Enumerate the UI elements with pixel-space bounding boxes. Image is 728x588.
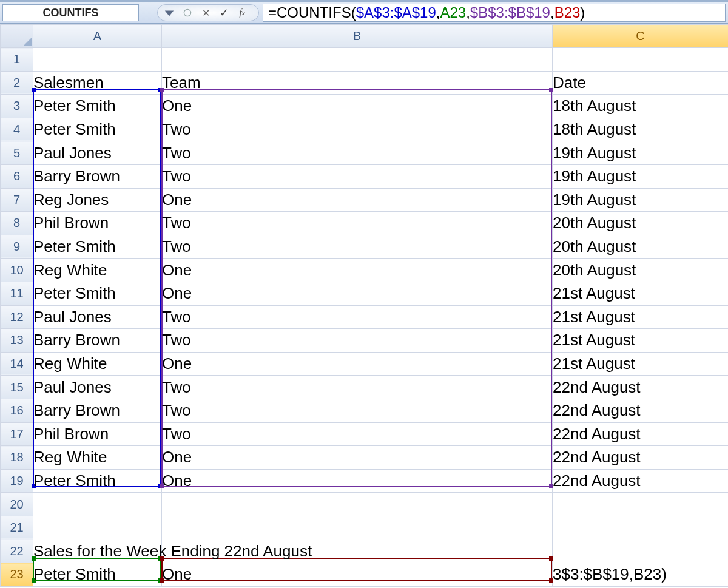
cell-B10[interactable]: One — [162, 259, 553, 282]
row-header-1[interactable]: 1 — [1, 48, 33, 72]
row-header-16[interactable]: 16 — [1, 399, 33, 422]
cell-C2[interactable]: Date — [553, 71, 729, 95]
col-header-A[interactable]: A — [33, 25, 162, 48]
col-header-B[interactable]: B — [162, 25, 553, 48]
cell-B8[interactable]: Two — [162, 212, 553, 235]
row-header-5[interactable]: 5 — [1, 141, 33, 165]
cell-B14[interactable]: One — [162, 352, 553, 376]
cell-C14[interactable]: 21st August — [553, 352, 729, 376]
row-header-17[interactable]: 17 — [1, 422, 33, 446]
row-header-21[interactable]: 21 — [1, 516, 33, 539]
cell-B5[interactable]: Two — [162, 141, 553, 165]
cell-A17[interactable]: Phil Brown — [33, 422, 162, 446]
cell-B1[interactable] — [162, 48, 553, 72]
cell-B17[interactable]: Two — [162, 422, 553, 446]
cell-C16[interactable]: 22nd August — [553, 399, 729, 422]
cell-A10[interactable]: Reg White — [33, 259, 162, 282]
cell-A7[interactable]: Reg Jones — [33, 188, 162, 212]
row-header-10[interactable]: 10 — [1, 259, 33, 282]
row-header-2[interactable]: 2 — [1, 71, 33, 95]
cell-A2[interactable]: Salesmen — [33, 71, 162, 95]
cell-C18[interactable]: 22nd August — [553, 446, 729, 470]
row-header-15[interactable]: 15 — [1, 376, 33, 399]
row-header-23[interactable]: 23 — [1, 563, 33, 587]
col-header-C[interactable]: C — [553, 25, 729, 48]
cell-B4[interactable]: Two — [162, 118, 553, 141]
cell-A23[interactable]: Peter Smith — [33, 563, 162, 587]
enter-formula-icon[interactable] — [216, 5, 232, 21]
cell-B7[interactable]: One — [162, 188, 553, 212]
row-header-11[interactable]: 11 — [1, 282, 33, 305]
cell-B12[interactable]: Two — [162, 305, 553, 329]
cell-A16[interactable]: Barry Brown — [33, 399, 162, 422]
name-box-dropdown-icon[interactable] — [161, 5, 177, 21]
cell-C8[interactable]: 20th August — [553, 212, 729, 235]
row-header-6[interactable]: 6 — [1, 164, 33, 188]
cell-A12[interactable]: Paul Jones — [33, 305, 162, 329]
cell-A22[interactable]: Sales for the Week Ending 22nd August — [33, 539, 162, 563]
select-all-corner[interactable] — [1, 25, 33, 48]
cell-C10[interactable]: 20th August — [553, 259, 729, 282]
fx-icon[interactable]: fx — [234, 5, 250, 21]
cell-A19[interactable]: Peter Smith — [33, 469, 162, 493]
cell-C9[interactable]: 20th August — [553, 235, 729, 259]
cell-C3[interactable]: 18th August — [553, 95, 729, 118]
cell-B21[interactable] — [162, 516, 553, 539]
cell-B18[interactable]: One — [162, 446, 553, 470]
cell-B13[interactable]: Two — [162, 329, 553, 353]
cell-A4[interactable]: Peter Smith — [33, 118, 162, 141]
cell-A20[interactable] — [33, 493, 162, 516]
cell-B3[interactable]: One — [162, 95, 553, 118]
name-box[interactable]: COUNTIFS — [2, 4, 139, 21]
cell-B2[interactable]: Team — [162, 71, 553, 95]
row-header-3[interactable]: 3 — [1, 95, 33, 118]
row-header-13[interactable]: 13 — [1, 329, 33, 353]
cell-C15[interactable]: 22nd August — [553, 376, 729, 399]
cell-A14[interactable]: Reg White — [33, 352, 162, 376]
cell-A9[interactable]: Peter Smith — [33, 235, 162, 259]
cancel-formula-icon[interactable] — [198, 5, 214, 21]
cell-C7[interactable]: 19th August — [553, 188, 729, 212]
cell-C1[interactable] — [553, 48, 729, 72]
row-header-18[interactable]: 18 — [1, 446, 33, 470]
formula-expand-icon[interactable] — [180, 5, 195, 21]
formula-input[interactable]: =COUNTIFS($A$3:$A$19,A23,$B$3:$B$19,B23) — [263, 4, 726, 22]
cell-C23[interactable]: 3$3:$B$19,B23) — [553, 563, 729, 587]
cell-C12[interactable]: 21st August — [553, 305, 729, 329]
cell-C22[interactable] — [553, 539, 729, 563]
cell-A5[interactable]: Paul Jones — [33, 141, 162, 165]
row-header-7[interactable]: 7 — [1, 188, 33, 212]
cell-B6[interactable]: Two — [162, 164, 553, 188]
row-header-12[interactable]: 12 — [1, 305, 33, 329]
cell-C19[interactable]: 22nd August — [553, 469, 729, 493]
cell-C13[interactable]: 21st August — [553, 329, 729, 353]
worksheet[interactable]: A B C 12SalesmenTeamDate3Peter SmithOne1… — [0, 24, 728, 588]
row-header-8[interactable]: 8 — [1, 212, 33, 235]
cell-C4[interactable]: 18th August — [553, 118, 729, 141]
cell-B16[interactable]: Two — [162, 399, 553, 422]
cell-B20[interactable] — [162, 493, 553, 516]
cell-A3[interactable]: Peter Smith — [33, 95, 162, 118]
cell-A1[interactable] — [33, 48, 162, 72]
cell-A11[interactable]: Peter Smith — [33, 282, 162, 305]
row-header-22[interactable]: 22 — [1, 539, 33, 563]
cell-C5[interactable]: 19th August — [553, 141, 729, 165]
cell-A21[interactable] — [33, 516, 162, 539]
row-header-9[interactable]: 9 — [1, 235, 33, 259]
cell-A15[interactable]: Paul Jones — [33, 376, 162, 399]
cell-C20[interactable] — [553, 493, 729, 516]
row-header-14[interactable]: 14 — [1, 352, 33, 376]
cell-B19[interactable]: One — [162, 469, 553, 493]
cell-B23[interactable]: One — [162, 563, 553, 587]
row-header-19[interactable]: 19 — [1, 469, 33, 493]
cell-C17[interactable]: 22nd August — [553, 422, 729, 446]
cell-A8[interactable]: Phil Brown — [33, 212, 162, 235]
row-header-4[interactable]: 4 — [1, 118, 33, 141]
cell-A6[interactable]: Barry Brown — [33, 164, 162, 188]
cell-B11[interactable]: One — [162, 282, 553, 305]
cell-B9[interactable]: Two — [162, 235, 553, 259]
cell-C11[interactable]: 21st August — [553, 282, 729, 305]
cell-A13[interactable]: Barry Brown — [33, 329, 162, 353]
cell-B15[interactable]: Two — [162, 376, 553, 399]
row-header-20[interactable]: 20 — [1, 493, 33, 516]
